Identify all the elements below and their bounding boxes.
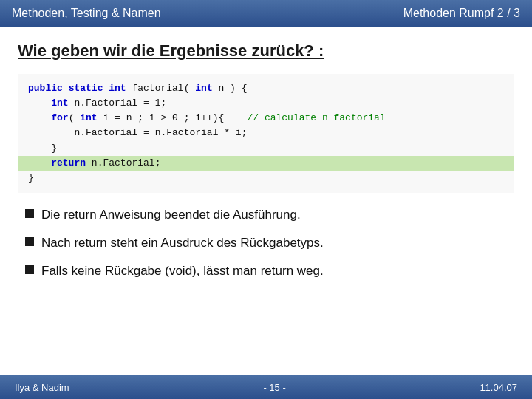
footer-right: 11.04.07 <box>480 382 517 393</box>
code-line-6: return n.Factorial; <box>18 156 514 171</box>
bullet-item-1: Die return Anweisung beendet die Ausführ… <box>25 206 507 224</box>
bullet-item-2: Nach return steht ein Ausdruck des Rückg… <box>25 234 507 252</box>
bullet-icon-1 <box>25 209 34 218</box>
code-line-4: n.Factorial = n.Factorial * i; <box>28 126 504 140</box>
bullets-section: Die return Anweisung beendet die Ausführ… <box>18 206 514 279</box>
code-line-5: } <box>28 141 504 156</box>
footer-center: - 15 - <box>69 382 480 393</box>
main-content: Wie geben wir die Ergebnisse zurück? : p… <box>0 27 532 297</box>
code-line-2: int n.Factorial = 1; <box>28 96 504 111</box>
bullet-icon-3 <box>25 265 34 274</box>
code-line-7: } <box>28 171 504 185</box>
code-block: public static int factorial( int n ) { i… <box>18 74 514 193</box>
code-line-3: for( int i = n ; i > 0 ; i++){ // calcul… <box>28 111 504 126</box>
bullet-text-1: Die return Anweisung beendet die Ausführ… <box>41 206 301 224</box>
code-line-1: public static int factorial( int n ) { <box>28 81 504 96</box>
section-heading: Wie geben wir die Ergebnisse zurück? : <box>18 41 514 61</box>
footer: Ilya & Nadim - 15 - 11.04.07 <box>0 375 532 399</box>
bullet-text-3: Falls keine Rückgabe (void), lässt man r… <box>41 262 324 280</box>
footer-left: Ilya & Nadim <box>15 382 69 393</box>
header-right: Methoden Rumpf 2 / 3 <box>403 7 520 20</box>
bullet-item-3: Falls keine Rückgabe (void), lässt man r… <box>25 262 507 280</box>
bullet-text-2: Nach return steht ein Ausdruck des Rückg… <box>41 234 324 252</box>
header-left: Methoden, Testing & Namen <box>12 7 161 20</box>
bullet-icon-2 <box>25 237 34 246</box>
header: Methoden, Testing & Namen Methoden Rumpf… <box>0 0 532 27</box>
underlined-phrase: Ausdruck des Rückgabetyps <box>161 236 320 250</box>
